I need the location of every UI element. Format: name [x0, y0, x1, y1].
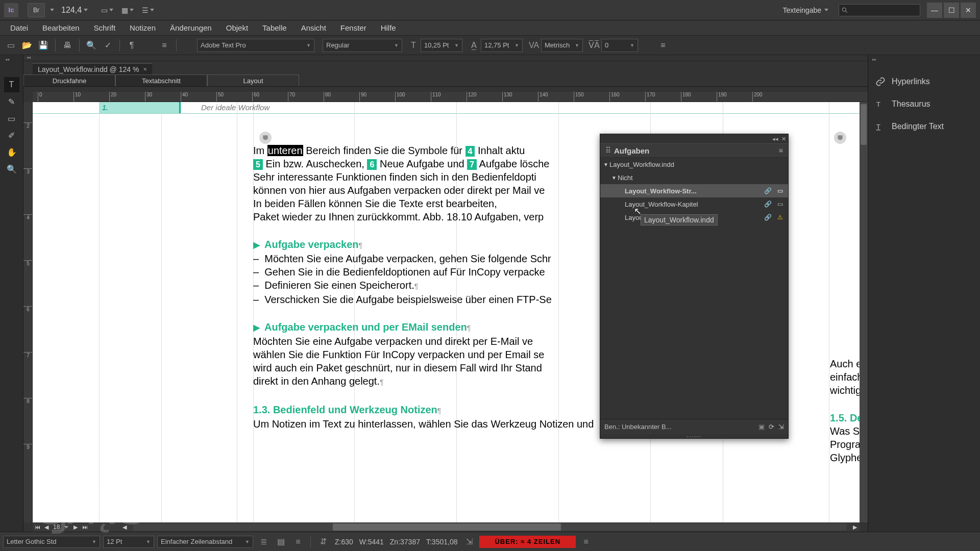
workspace-switcher[interactable]: Texteingabe: [782, 6, 828, 14]
menu-hilfe[interactable]: Hilfe: [374, 21, 403, 34]
selected-text: unteren: [267, 145, 303, 156]
overset-badge[interactable]: ÜBER: ≈ 4 ZEILEN: [479, 536, 576, 548]
view-options-icon[interactable]: ☰: [138, 3, 158, 17]
find-icon[interactable]: 🔍: [84, 38, 99, 53]
disclosure-triangle-icon[interactable]: ▼: [611, 175, 618, 181]
text-frame-right[interactable]: Auch ein V einfach nu wichtig, e 1.5. De…: [830, 357, 860, 464]
disclosure-triangle-icon[interactable]: ▼: [603, 162, 609, 167]
chevron-down-icon[interactable]: [50, 9, 54, 11]
page-dropdown-icon[interactable]: [62, 522, 71, 532]
scroll-right-icon[interactable]: ▶: [850, 522, 860, 532]
panel-resize-grip[interactable]: ••••••: [600, 434, 788, 438]
close-icon[interactable]: ✕: [781, 136, 786, 142]
menu-schrift[interactable]: Schrift: [87, 21, 123, 34]
maximize-button[interactable]: ☐: [944, 3, 959, 18]
tree-item[interactable]: Layout_Workflow-Kapitel 🔗▭: [600, 197, 788, 211]
page-anchor-icon: [834, 132, 846, 144]
tracking-combo[interactable]: 0▼: [601, 39, 638, 52]
status-spacing-combo[interactable]: Einfacher Zeilenabstand▼: [157, 536, 253, 548]
pilcrow-icon[interactable]: ¶: [124, 38, 139, 53]
menu-datei[interactable]: Datei: [3, 21, 35, 34]
chevron-down-icon[interactable]: [84, 9, 88, 11]
screen-mode-icon[interactable]: ▭: [97, 3, 117, 17]
minimize-button[interactable]: —: [927, 3, 942, 18]
zoom-tool-icon[interactable]: 🔍: [4, 161, 19, 177]
right-panels: Hyperlinks T Thesaurus T Bedingter Text: [868, 55, 980, 532]
tab-layout[interactable]: Layout: [207, 74, 299, 86]
leading-combo[interactable]: 12,75 Pt▼: [481, 39, 523, 52]
search-input[interactable]: [839, 4, 920, 16]
font-size-combo[interactable]: 10,25 Pt▼: [421, 39, 462, 52]
save-icon[interactable]: 💾: [36, 38, 51, 53]
triangle-right-icon: ▶: [253, 240, 260, 250]
panel-bedingter-text[interactable]: T Bedingter Text: [868, 115, 980, 138]
toolbar-menu-icon[interactable]: ≡: [655, 38, 671, 53]
menu-aenderungen[interactable]: Änderungen: [163, 21, 219, 34]
spellcheck-icon[interactable]: ✓: [100, 38, 115, 53]
assignments-tree[interactable]: ▼ Layout_Workflow.indd ▼ Nicht Layout_Wo…: [600, 158, 788, 419]
justify-full-icon[interactable]: ▤: [274, 536, 288, 548]
panel-hyperlinks[interactable]: Hyperlinks: [868, 70, 980, 93]
scroll-left-icon[interactable]: ◀: [120, 522, 129, 532]
zoom-level[interactable]: 124,4: [61, 6, 88, 15]
overset-icon[interactable]: ⇲: [462, 536, 476, 548]
text-frame-main[interactable]: Im unteren Bereich finden Sie die Symbol…: [253, 144, 646, 431]
panel-menu-icon[interactable]: ≡: [779, 146, 783, 155]
panel-aufgaben[interactable]: ◂◂ ✕ ⠿ Aufgaben ≡ ▼ Layout_Workflow.indd…: [600, 134, 789, 439]
menu-fenster[interactable]: Fenster: [333, 21, 374, 34]
tab-druckfahne[interactable]: Druckfahne: [23, 74, 115, 86]
tree-root[interactable]: ▼ Layout_Workflow.indd: [600, 158, 788, 171]
toolbar-chevron-icon[interactable]: ≡: [157, 38, 172, 53]
triangle-right-icon: ▶: [253, 322, 260, 333]
stat-w: W:5441: [359, 538, 384, 546]
tree-group[interactable]: ▼ Nicht: [600, 171, 788, 184]
running-header-number: 1.: [99, 102, 181, 113]
vertical-scrollbar[interactable]: [860, 102, 868, 522]
note-tool-icon[interactable]: ✎: [4, 94, 19, 109]
horizontal-scrollbar[interactable]: [133, 523, 846, 531]
menu-ansicht[interactable]: Ansicht: [294, 21, 333, 34]
menu-tabelle[interactable]: Tabelle: [255, 21, 294, 34]
status-menu-icon[interactable]: ≡: [291, 536, 305, 548]
close-button[interactable]: ✕: [961, 3, 976, 18]
close-icon[interactable]: ×: [143, 65, 147, 73]
panel-drag-icon[interactable]: ⠿: [605, 146, 610, 155]
tree-item[interactable]: Layout_Workflow-Str... 🔗▭: [600, 184, 788, 197]
document-tab[interactable]: Layout_Workflow.indd @ 124 % ×: [33, 63, 152, 74]
collapse-icon[interactable]: ◂◂: [772, 136, 778, 142]
panel-thesaurus[interactable]: T Thesaurus: [868, 93, 980, 115]
position-tool-icon[interactable]: ▭: [4, 111, 19, 126]
vertical-ruler[interactable]: 2 3 4 5 6 7 8 9: [23, 102, 33, 522]
status-size-combo[interactable]: 12 Pt▼: [103, 536, 154, 548]
bridge-icon[interactable]: Br: [28, 3, 45, 17]
update-icon[interactable]: ▣: [758, 423, 765, 431]
arrange-documents-icon[interactable]: ▦: [117, 3, 138, 17]
open-icon[interactable]: 📂: [19, 38, 35, 53]
font-weight-combo[interactable]: Regular▼: [323, 39, 402, 52]
status-menu2-icon[interactable]: ≡: [579, 536, 593, 548]
tab-textabschnitt[interactable]: Textabschnitt: [115, 74, 207, 86]
last-page-icon[interactable]: ⏭: [80, 522, 89, 532]
justify-left-icon[interactable]: ≣: [256, 536, 271, 548]
print-icon[interactable]: 🖶: [60, 38, 75, 53]
page-number[interactable]: 18: [53, 523, 60, 531]
horizontal-ruler[interactable]: 0 10 20 30 40 50 60 70 80 90 100 110 120…: [33, 92, 868, 102]
stats-icon[interactable]: ⇵: [316, 536, 330, 548]
eyedropper-tool-icon[interactable]: ✐: [4, 128, 19, 143]
menu-bearbeiten[interactable]: Bearbeiten: [35, 21, 87, 34]
text-frame-icon: ▭: [775, 186, 785, 195]
prev-page-icon[interactable]: ◀: [42, 522, 51, 532]
hand-tool-icon[interactable]: ✋: [4, 144, 19, 160]
kerning-icon: VA: [528, 39, 540, 52]
refresh-icon[interactable]: ⟳: [769, 423, 774, 431]
next-page-icon[interactable]: ▶: [71, 522, 80, 532]
new-doc-icon[interactable]: ▭: [3, 38, 18, 53]
font-family-combo[interactable]: Adobe Text Pro▼: [197, 39, 314, 52]
first-page-icon[interactable]: ⏮: [33, 522, 42, 532]
menu-objekt[interactable]: Objekt: [219, 21, 255, 34]
checkout-icon[interactable]: ⇲: [778, 423, 784, 431]
kerning-combo[interactable]: Metrisch▼: [541, 39, 583, 52]
menu-notizen[interactable]: Notizen: [122, 21, 163, 34]
type-tool-icon[interactable]: T: [4, 77, 19, 92]
status-font-combo[interactable]: Letter Gothic Std▼: [3, 536, 100, 548]
